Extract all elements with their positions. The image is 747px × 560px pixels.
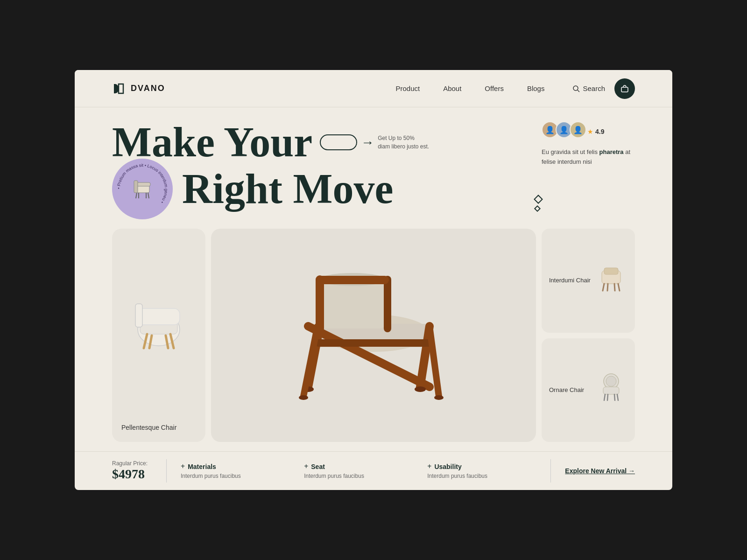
interdumi-chair-svg (595, 261, 627, 294)
svg-point-33 (434, 395, 444, 400)
search-label: Search (583, 84, 605, 92)
svg-rect-14 (135, 304, 142, 327)
review-block: 👤 👤 👤 ★ 4.9 Eu gravida sit ut felis phar… (542, 121, 635, 167)
cart-icon (620, 84, 629, 93)
feature-materials: + Materials Interdum purus faucibus (181, 462, 285, 479)
avatar-3: 👤 (570, 121, 586, 138)
price-block: Ragular Price: $4978 (112, 460, 148, 482)
feature-materials-desc: Interdum purus faucibus (181, 473, 285, 479)
svg-point-31 (415, 386, 426, 392)
feature-seat: + Seat Interdum purus faucibus (304, 462, 409, 479)
feature-materials-header: + Materials (181, 462, 285, 471)
card-interdumi: Interdumi Chair (542, 229, 635, 333)
hero-headline-line1: Make Your (112, 121, 312, 163)
diamond-small (534, 205, 541, 212)
ornare-chair-svg (595, 371, 627, 404)
cards-section: Pellentesque Chair (112, 229, 635, 442)
headline-row2: • Pretium massa sit • Locus interdum gen… (112, 159, 635, 219)
nav-item-blogs[interactable]: Blogs (527, 84, 545, 93)
svg-point-43 (606, 376, 616, 386)
cart-button[interactable] (614, 78, 635, 99)
card-center (211, 229, 536, 442)
review-text: Eu gravida sit ut felis pharetra at feli… (542, 147, 635, 167)
nav-links: Product About Offers Blogs (395, 84, 544, 93)
review-avatars-row: 👤 👤 👤 ★ 4.9 (542, 121, 635, 142)
svg-rect-2 (621, 87, 628, 92)
svg-point-0 (573, 86, 578, 91)
small-chair-svg (126, 294, 191, 360)
arrow-decoration: → (361, 135, 374, 150)
nav-item-about[interactable]: About (443, 84, 461, 93)
screen: DVANO Product About Offers Blogs Search (75, 70, 672, 490)
nav-right: Search (572, 78, 635, 99)
feature-usability-desc: Interdum purus faucibus (427, 473, 532, 479)
price-label: Ragular Price: (112, 460, 148, 467)
svg-line-46 (617, 394, 618, 400)
pill-decoration (320, 134, 357, 150)
feature-usability: + Usability Interdum purus faucibus (427, 462, 532, 479)
svg-line-39 (618, 284, 620, 291)
plus-icon-usability: + (427, 462, 431, 471)
rating-block: ★ 4.9 (587, 128, 604, 136)
nav-item-product[interactable]: Product (395, 84, 420, 93)
ornare-chair-image (595, 371, 627, 409)
badge-ring-text-svg: • Pretium massa sit • Locus interdum gen… (112, 159, 173, 219)
diamond-large (534, 195, 543, 204)
svg-text:• Pretium massa sit • Locus in: • Pretium massa sit • Locus interdum gen… (116, 163, 169, 204)
diamond-decoration (535, 196, 542, 211)
search-button[interactable]: Search (572, 84, 605, 92)
feature-materials-title: Materials (188, 463, 216, 470)
feature-seat-title: Seat (311, 463, 325, 470)
review-avatars: 👤 👤 👤 (542, 121, 584, 138)
svg-line-45 (604, 394, 605, 400)
svg-line-47 (607, 394, 608, 400)
svg-line-48 (614, 394, 615, 400)
svg-rect-44 (603, 387, 619, 394)
plus-icon-materials: + (181, 462, 185, 471)
card-left: Pellentesque Chair (112, 229, 205, 442)
explore-text: Explore New Arrival → (565, 467, 635, 475)
logo-icon (112, 81, 127, 96)
cards-right: Interdumi Chair Ornare Chair (542, 229, 635, 442)
svg-point-35 (299, 395, 308, 400)
main-content: Make Your → Get Up to 50% diam libero ju… (75, 107, 672, 451)
logo-area: DVANO (112, 81, 165, 96)
hero-sub-text: Get Up to 50% diam libero justo est. (378, 134, 429, 151)
pellentesque-label: Pellentesque Chair (121, 423, 196, 433)
navbar: DVANO Product About Offers Blogs Search (75, 70, 672, 107)
logo-text: DVANO (131, 84, 165, 93)
bottom-bar: Ragular Price: $4978 + Materials Interdu… (75, 451, 672, 490)
svg-rect-29 (315, 339, 432, 347)
plus-icon-seat: + (304, 462, 308, 471)
badge-circle: • Pretium massa sit • Locus interdum gen… (112, 159, 173, 219)
hero-section: Make Your → Get Up to 50% diam libero ju… (112, 121, 635, 219)
star-icon: ★ (587, 128, 593, 136)
main-chair-svg (275, 252, 472, 420)
svg-line-1 (578, 90, 579, 92)
nav-item-offers[interactable]: Offers (485, 84, 504, 93)
feature-seat-desc: Interdum purus faucibus (304, 473, 409, 479)
feature-usability-title: Usability (434, 463, 461, 470)
svg-rect-28 (317, 276, 389, 284)
svg-rect-21 (320, 280, 385, 329)
svg-rect-13 (138, 308, 180, 325)
interdumi-chair-image (595, 261, 627, 300)
feature-seat-header: + Seat (304, 462, 409, 471)
ornare-label: Ornare Chair (549, 386, 584, 394)
svg-rect-37 (604, 268, 618, 274)
hero-badge: → Get Up to 50% diam libero justo est. (320, 134, 429, 151)
feature-usability-header: + Usability (427, 462, 532, 471)
divider-2 (550, 459, 551, 483)
interdumi-label: Interdumi Chair (549, 276, 591, 285)
svg-line-38 (603, 284, 604, 291)
svg-line-41 (614, 284, 615, 291)
explore-new-arrival-link[interactable]: Explore New Arrival → (565, 467, 635, 475)
price-value: $4978 (112, 467, 148, 482)
divider-1 (166, 459, 167, 483)
card-ornare: Ornare Chair (542, 338, 635, 442)
rating-number: 4.9 (595, 128, 604, 135)
svg-line-40 (607, 284, 608, 291)
pellentesque-chair-image (121, 238, 196, 416)
hero-headline-line2: Right Move (182, 168, 393, 210)
main-chair-image (275, 229, 472, 442)
